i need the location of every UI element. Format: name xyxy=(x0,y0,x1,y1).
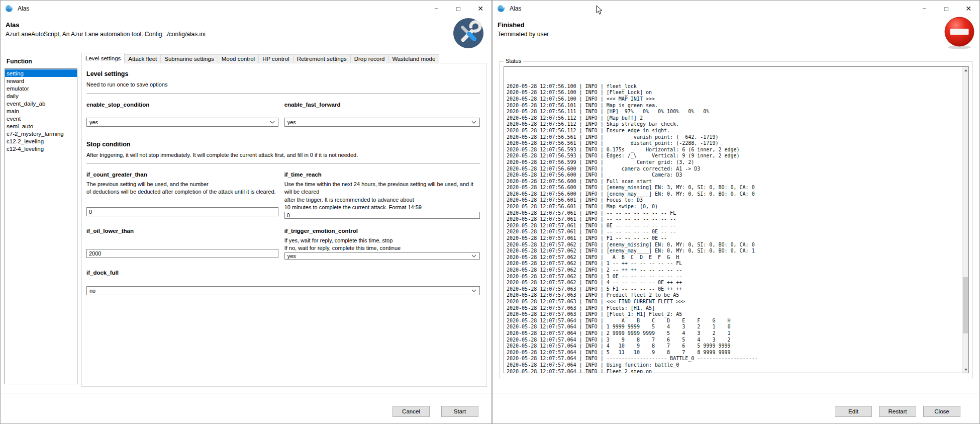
log-line: 2020-05-28 12:07:56.600 | INFO | Camera:… xyxy=(507,172,961,179)
function-list-item[interactable]: reward xyxy=(5,77,77,84)
log-line: 2020-05-28 12:07:57.063 | INFO | Fleets:… xyxy=(507,305,961,312)
log-scrollbar[interactable] xyxy=(962,67,968,373)
function-list-item[interactable]: setting xyxy=(5,69,77,77)
titlebar[interactable]: Alas – □ ✕ xyxy=(1,1,492,17)
function-list-item[interactable]: c12-4_leveling xyxy=(5,145,77,152)
alas-logo-icon xyxy=(5,5,13,13)
alas-config-window: Alas – □ ✕ Alas AzurLaneAutoScript, An A… xyxy=(0,0,492,424)
tab[interactable]: HP control xyxy=(258,54,293,63)
function-list-item[interactable]: semi_auto xyxy=(5,122,77,130)
log-line: 2020-05-28 12:07:56.100 | INFO | <<< MAP… xyxy=(507,96,961,103)
scroll-down-icon[interactable] xyxy=(962,366,969,373)
scrollbar-thumb[interactable] xyxy=(963,277,968,333)
minimize-button[interactable]: – xyxy=(913,1,935,17)
function-label: Function xyxy=(7,58,81,65)
log-line: 2020-05-28 12:07:57.061 | INFO | -- -- -… xyxy=(507,210,961,217)
log-line: 2020-05-28 12:07:56.601 | INFO | Map swi… xyxy=(507,204,961,210)
scroll-up-icon[interactable] xyxy=(962,67,969,73)
field-label: if_dock_full xyxy=(86,270,480,276)
selected-value: yes xyxy=(287,253,296,259)
if-count-greater-than-input[interactable] xyxy=(86,207,278,216)
log-line: 2020-05-28 12:07:56.561 | INFO | vanish_… xyxy=(507,134,961,141)
cancel-button[interactable]: Cancel xyxy=(393,406,430,417)
function-list-item[interactable]: c12-2_leveling xyxy=(5,137,77,145)
field-label: if_trigger_emotion_control xyxy=(284,228,480,234)
log-line: 2020-05-28 12:07:56.600 | INFO | camera … xyxy=(507,166,961,173)
chevron-down-icon xyxy=(471,255,476,258)
app-title: Alas xyxy=(6,21,486,29)
function-sidebar: Function settingrewardemulatordailyevent… xyxy=(1,52,81,393)
log-line: 2020-05-28 12:07:56.100 | INFO | [Fleet_… xyxy=(507,90,961,96)
log-line: 2020-05-28 12:07:56.601 | INFO | Focus t… xyxy=(507,197,961,204)
edit-button[interactable]: Edit xyxy=(835,406,872,417)
selected-value: yes xyxy=(89,119,98,125)
field-enable-fast-forward: enable_fast_forward yes xyxy=(284,102,480,127)
tab[interactable]: Attack fleet xyxy=(124,54,161,63)
function-list[interactable]: settingrewardemulatordailyevent_daily_ab… xyxy=(5,68,77,384)
field-label: enable_fast_forward xyxy=(284,102,480,108)
function-list-item[interactable]: c7-2_mystery_farming xyxy=(5,130,77,137)
tab[interactable]: Level settings xyxy=(81,53,125,63)
settings-content: Level settingsAttack fleetSubmarine sett… xyxy=(81,52,487,393)
tools-icon xyxy=(453,18,484,49)
log-line: 2020-05-28 12:07:56.100 | INFO | fleet_l… xyxy=(507,83,961,90)
close-button[interactable]: ✕ xyxy=(469,1,492,17)
status-header: Finished Terminated by user xyxy=(493,17,979,52)
restart-button[interactable]: Restart xyxy=(879,406,916,417)
function-list-item[interactable]: event_daily_ab xyxy=(5,100,77,107)
if-dock-full-select[interactable]: no xyxy=(86,286,480,295)
function-list-item[interactable]: main xyxy=(5,107,77,115)
log-line: 2020-05-28 12:07:57.061 | INFO | -- -- -… xyxy=(507,229,961,235)
tab[interactable]: Drop record xyxy=(350,54,389,63)
start-button[interactable]: Start xyxy=(441,406,478,417)
log-line: 2020-05-28 12:07:57.062 | INFO | 1 -- ++… xyxy=(507,261,961,267)
close-button[interactable]: ✕ xyxy=(957,1,979,17)
if-trigger-emotion-control-select[interactable]: yes xyxy=(284,252,480,260)
close-session-button[interactable]: Close xyxy=(923,406,960,417)
maximize-button[interactable]: □ xyxy=(447,1,469,17)
status-footer: Edit Restart Close xyxy=(493,393,979,423)
log-line: 2020-05-28 12:07:56.112 | INFO | Ensure … xyxy=(507,128,961,134)
log-line: 2020-05-28 12:07:57.062 | INFO | 3 0E --… xyxy=(507,274,961,280)
log-line: 2020-05-28 12:07:57.061 | INFO | F1 -- -… xyxy=(507,235,961,242)
log-line: 2020-05-28 12:07:56.600 | INFO | Full sc… xyxy=(507,179,961,185)
log-line: 2020-05-28 12:07:56.112 | INFO | Skip st… xyxy=(507,121,961,128)
log-line: 2020-05-28 12:07:57.064 | INFO | A B C D… xyxy=(507,318,961,324)
log-line: 2020-05-28 12:07:57.064 | INFO | 4 10 9 … xyxy=(507,343,961,350)
log-line: 2020-05-28 12:07:57.064 | INFO | Fleet 2… xyxy=(507,369,961,374)
log-line: 2020-05-28 12:07:57.061 | INFO | -- -- -… xyxy=(507,216,961,223)
log-line: 2020-05-28 12:07:56.593 | INFO | Edges: … xyxy=(507,153,961,159)
field-label: if_oil_lower_than xyxy=(86,228,278,234)
log-output: 2020-05-28 12:07:56.100 | INFO | fleet_l… xyxy=(507,67,961,373)
tab[interactable]: Submarine settings xyxy=(160,54,218,63)
tab[interactable]: Wasteland mode xyxy=(388,54,439,63)
tab-bar: Level settingsAttack fleetSubmarine sett… xyxy=(81,53,487,63)
tab[interactable]: Mood control xyxy=(218,54,259,63)
section-desc-level-settings: Need to run once to save options xyxy=(86,81,480,88)
log-line: 2020-05-28 12:07:57.062 | INFO | 4 -- --… xyxy=(507,280,961,286)
function-list-item[interactable]: daily xyxy=(5,92,77,100)
tab[interactable]: Retirement settings xyxy=(293,54,351,63)
field-if-dock-full: if_dock_full no xyxy=(86,270,480,295)
enable-stop-condition-select[interactable]: yes xyxy=(86,118,278,127)
if-oil-lower-than-input[interactable] xyxy=(86,249,278,258)
chevron-down-icon xyxy=(471,289,476,292)
log-line: 2020-05-28 12:07:57.064 | INFO | -------… xyxy=(507,356,961,362)
maximize-button[interactable]: □ xyxy=(935,1,957,17)
log-line: 2020-05-28 12:07:56.599 | INFO | Center … xyxy=(507,159,961,166)
field-if-trigger-emotion-control: if_trigger_emotion_control If yes, wait … xyxy=(284,228,480,258)
minimize-button[interactable]: – xyxy=(425,1,447,17)
titlebar[interactable]: Alas – □ ✕ xyxy=(493,1,979,17)
status-title: Finished xyxy=(498,21,974,29)
function-list-item[interactable]: emulator xyxy=(5,84,77,92)
field-if-count-greater-than: if_count_greater_than The previous setti… xyxy=(86,172,278,216)
status-subtitle: Terminated by user xyxy=(498,31,974,38)
log-line: 2020-05-28 12:07:56.600 | INFO | [enemy_… xyxy=(507,185,961,191)
log-line: 2020-05-28 12:07:57.062 | INFO | [enemy_… xyxy=(507,242,961,248)
log-line: 2020-05-28 12:07:57.064 | INFO | 3 9 8 7… xyxy=(507,337,961,344)
level-settings-panel: Level settings Need to run once to save … xyxy=(81,63,487,387)
function-list-item[interactable]: event xyxy=(5,115,77,122)
enable-fast-forward-select[interactable]: yes xyxy=(284,118,480,127)
log-line: 2020-05-28 12:07:57.063 | INFO | 5 F1 --… xyxy=(507,286,961,293)
if-time-reach-input[interactable] xyxy=(284,212,480,219)
